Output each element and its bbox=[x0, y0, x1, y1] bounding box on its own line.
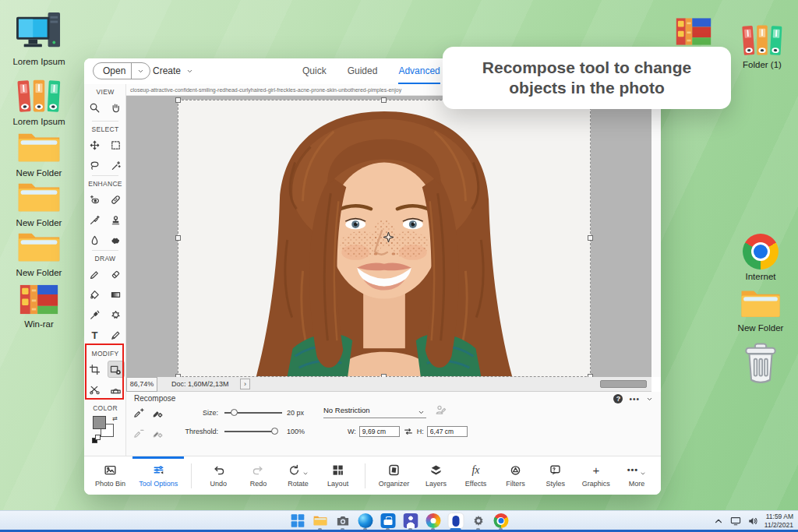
open-button[interactable]: Open bbox=[93, 62, 150, 79]
desktop-icon-label: New Folder bbox=[16, 218, 62, 228]
threshold-slider[interactable] bbox=[224, 431, 277, 432]
red-eye-tool[interactable] bbox=[87, 191, 104, 208]
status-bar: 86,74% Doc: 1,60M/2,13M › bbox=[126, 377, 651, 392]
smart-brush-tool[interactable] bbox=[87, 211, 104, 228]
mark-removal-brush[interactable] bbox=[150, 405, 165, 421]
tray-monitor-icon[interactable] bbox=[730, 516, 741, 527]
tool-options-title: Recompose bbox=[134, 394, 175, 403]
chevron-down-icon[interactable] bbox=[137, 68, 144, 75]
desktop-icon-folder-archive[interactable]: Folder (1) bbox=[731, 23, 793, 70]
help-icon[interactable]: ? bbox=[613, 394, 623, 403]
recompose-handle-middle-right[interactable] bbox=[588, 235, 593, 241]
more-button[interactable]: ••• More bbox=[623, 463, 650, 488]
erase-protection-brush[interactable] bbox=[131, 425, 147, 441]
graphics-button[interactable]: + Graphics bbox=[582, 463, 610, 488]
horizontal-scrollbar[interactable] bbox=[600, 380, 647, 388]
styles-button[interactable]: Styles bbox=[542, 463, 569, 488]
mark-protection-brush[interactable] bbox=[131, 405, 147, 421]
taskbar-start-button[interactable] bbox=[289, 513, 306, 530]
undo-button[interactable]: Undo bbox=[205, 463, 231, 488]
organizer-button[interactable]: Organizer bbox=[379, 463, 410, 488]
recompose-handle-middle-left[interactable] bbox=[175, 235, 181, 241]
move-tool[interactable] bbox=[87, 136, 104, 153]
blur-tool[interactable] bbox=[87, 231, 104, 248]
swap-colors-icon[interactable]: ⇄ bbox=[112, 415, 118, 422]
spot-healing-tool[interactable] bbox=[108, 191, 125, 208]
gradient-tool[interactable] bbox=[108, 286, 125, 303]
size-slider-knob[interactable] bbox=[231, 409, 238, 416]
shape-tool[interactable] bbox=[108, 306, 125, 323]
paint-bucket-tool[interactable] bbox=[87, 286, 104, 303]
clone-stamp-tool[interactable] bbox=[108, 211, 125, 228]
computer-icon bbox=[15, 11, 63, 55]
width-input[interactable] bbox=[359, 426, 400, 437]
taskbar-edge[interactable] bbox=[357, 513, 374, 530]
photo-recompose-bounds[interactable] bbox=[178, 100, 591, 377]
restriction-dropdown[interactable]: No Restriction bbox=[323, 406, 426, 418]
desktop-icon-folder-1[interactable]: New Folder bbox=[6, 129, 72, 178]
sponge-tool[interactable] bbox=[108, 231, 125, 248]
swap-dimensions-icon[interactable] bbox=[403, 426, 414, 437]
desktop-icon-recycle-bin[interactable] bbox=[729, 343, 792, 385]
desktop-icon-internet[interactable]: Internet bbox=[729, 234, 792, 282]
layout-button[interactable]: Layout bbox=[325, 463, 351, 488]
desktop-icon-binders[interactable]: Lorem Ipsum bbox=[6, 78, 72, 127]
lasso-tool[interactable] bbox=[87, 157, 104, 174]
desktop-icon-winrar[interactable]: Win-rar bbox=[6, 282, 72, 329]
size-slider[interactable] bbox=[224, 412, 282, 414]
taskbar-camera[interactable] bbox=[334, 513, 351, 530]
quick-selection-tool[interactable] bbox=[108, 157, 125, 174]
hand-tool[interactable] bbox=[108, 99, 125, 116]
desktop-icon-folder-right[interactable]: New Folder bbox=[729, 287, 792, 333]
brush-tool[interactable] bbox=[87, 266, 104, 283]
effects-button[interactable]: fx Effects bbox=[463, 463, 489, 488]
layers-button[interactable]: Layers bbox=[422, 463, 449, 488]
create-button[interactable]: Create bbox=[153, 62, 193, 79]
eraser-tool[interactable] bbox=[108, 266, 125, 283]
desktop-icon-winrar-top[interactable] bbox=[670, 16, 717, 48]
taskbar-photos[interactable] bbox=[425, 513, 442, 530]
taskbar-teams[interactable] bbox=[402, 513, 419, 530]
taskbar-store[interactable] bbox=[380, 513, 397, 530]
desktop-icon-label: Folder (1) bbox=[743, 60, 782, 70]
tab-guided[interactable]: Guided bbox=[348, 58, 378, 84]
desktop-icon-computer[interactable]: Lorem Ipsum bbox=[6, 11, 72, 67]
height-input[interactable] bbox=[427, 426, 468, 437]
folder-icon bbox=[16, 229, 62, 266]
tray-chevron-up-icon[interactable] bbox=[713, 516, 724, 527]
layout-icon bbox=[331, 463, 344, 477]
erase-removal-brush[interactable] bbox=[150, 425, 165, 441]
tray-speaker-icon[interactable] bbox=[747, 516, 758, 527]
person-preset-icon[interactable] bbox=[435, 404, 447, 416]
foreground-color-swatch[interactable] bbox=[93, 416, 106, 429]
zoom-level[interactable]: 86,74% bbox=[126, 377, 157, 392]
zoom-tool[interactable] bbox=[87, 99, 104, 116]
collapse-panel-icon[interactable] bbox=[646, 396, 653, 403]
filters-button[interactable]: Filters bbox=[503, 463, 529, 488]
type-tool[interactable]: T bbox=[87, 326, 104, 344]
photo-bin-button[interactable]: Photo Bin bbox=[95, 463, 125, 488]
recompose-handle-top-middle[interactable] bbox=[381, 97, 387, 103]
image-canvas[interactable] bbox=[126, 96, 651, 377]
tab-quick[interactable]: Quick bbox=[302, 58, 327, 84]
desktop-icon-folder-2[interactable]: New Folder bbox=[6, 179, 72, 228]
height-label: H: bbox=[417, 428, 424, 435]
taskbar-file-explorer[interactable] bbox=[312, 513, 329, 530]
marquee-tool[interactable] bbox=[108, 136, 125, 153]
taskbar-photoshop-elements[interactable] bbox=[447, 513, 464, 530]
threshold-slider-knob[interactable] bbox=[271, 428, 278, 435]
pencil-tool[interactable] bbox=[108, 326, 125, 344]
eyedropper-tool[interactable] bbox=[87, 306, 104, 323]
color-swatches[interactable]: ⇄ bbox=[92, 415, 118, 443]
taskbar-clock[interactable]: 11:59 AM 11/2/2021 bbox=[764, 513, 793, 528]
taskbar-settings[interactable] bbox=[470, 513, 487, 530]
recompose-handle-top-left[interactable] bbox=[175, 97, 181, 103]
taskbar-chrome[interactable] bbox=[493, 513, 510, 530]
desktop-icon-folder-3[interactable]: New Folder bbox=[6, 229, 72, 278]
panel-menu-icon[interactable]: ••• bbox=[629, 395, 640, 403]
redo-button[interactable]: Redo bbox=[245, 463, 271, 488]
status-expander-icon[interactable]: › bbox=[240, 379, 250, 389]
tool-options-button[interactable]: Tool Options bbox=[139, 463, 178, 488]
rotate-button[interactable]: Rotate bbox=[285, 463, 312, 488]
tab-advanced[interactable]: Advanced bbox=[398, 58, 440, 84]
